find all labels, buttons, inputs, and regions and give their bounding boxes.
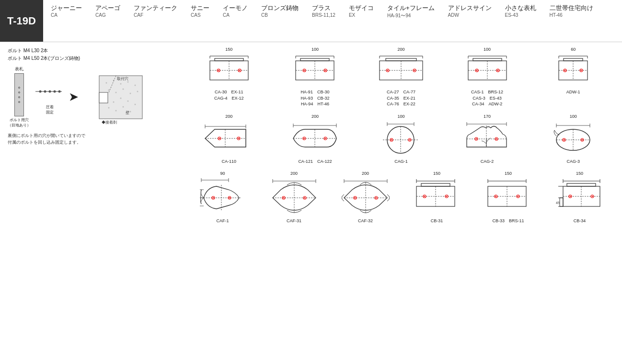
svg-point-163 xyxy=(375,197,376,198)
dim-200-ca121: 200 xyxy=(311,114,319,119)
nav-item-3: サニーCAS xyxy=(191,4,209,18)
svg-text:45: 45 xyxy=(556,201,560,205)
bolt-info-line1: ボルト M4 L30 2本 xyxy=(8,47,180,55)
svg-point-18 xyxy=(113,101,115,102)
label-ca30: CA-30 EX-11CAG-4 EX-12 xyxy=(214,89,244,101)
label-ha91: HA-91 CB-30HA-93 CB-32HA-94 HT-46 xyxy=(300,89,329,107)
bracket-svg-ca27 xyxy=(377,54,425,87)
dim-200-caf32: 200 xyxy=(362,171,369,176)
part-adw1: 60 ADW-1 xyxy=(532,47,614,107)
svg-rect-191 xyxy=(567,183,596,186)
part-ha91: 100 HA-91 CB-30HA-93 CB-32HA-94 HT-46 xyxy=(274,47,357,107)
svg-point-4 xyxy=(54,90,56,92)
nav-items: ジャーニーCAアペーゴCAGファンティークCAFサニーCASイーモノCAブロンズ… xyxy=(43,0,622,42)
part-cag3: 100 CAG-3 xyxy=(532,114,614,165)
part-ca121: 200 CA-121 CA-122 xyxy=(274,114,357,165)
sign-hole-2 xyxy=(18,91,20,93)
svg-point-161 xyxy=(354,197,355,198)
svg-point-1 xyxy=(39,90,42,92)
sign-holes xyxy=(18,87,20,103)
shape-caf1: 35 50 xyxy=(200,178,245,216)
right-section: 150 CA-30 EX-11CAG-4 EX-12 xyxy=(180,47,614,224)
nav-item-9: アドレスサインADW xyxy=(448,4,492,18)
svg-point-99 xyxy=(304,138,305,139)
svg-point-90 xyxy=(219,138,220,139)
part-ca30: 150 CA-30 EX-11CAG-4 EX-12 xyxy=(188,47,270,107)
part-cb34: 150 45 xyxy=(545,171,614,224)
dim-170-cag2: 170 xyxy=(484,114,491,119)
nav-item-10: 小さな表札ES-43 xyxy=(505,4,536,18)
page-title: T-19D xyxy=(0,0,43,42)
shape-caf32 xyxy=(342,178,390,216)
sign-rect xyxy=(14,73,24,116)
svg-point-39 xyxy=(218,70,219,71)
svg-point-152 xyxy=(283,197,284,198)
svg-point-83 xyxy=(564,70,565,71)
svg-point-20 xyxy=(127,100,129,102)
svg-text:取付穴: 取付穴 xyxy=(117,77,128,81)
svg-point-138 xyxy=(213,197,214,198)
label-caf31: CAF-31 xyxy=(287,218,301,224)
sign-label: 表札 xyxy=(15,66,23,72)
bolt-hole-label: ボルト用穴 （目地あり） xyxy=(8,117,31,128)
part-cb31: 150 CB-31 xyxy=(402,171,472,224)
parts-row2: 200 CA-110 2 xyxy=(188,114,614,165)
nav-item-0: ジャーニーCA xyxy=(51,4,82,18)
bolt-info-line2: ボルト M4 L50 2本(ブロンズ鋳物) xyxy=(8,55,180,62)
shape-cb33 xyxy=(485,178,531,216)
svg-rect-26 xyxy=(99,92,108,103)
svg-text:壁: 壁 xyxy=(126,111,129,115)
nav-item-11: 二世帯住宅向けHT-46 xyxy=(550,4,593,18)
svg-point-140 xyxy=(229,197,230,198)
wall-diagram: 取付穴 壁 ◆接着剤 xyxy=(82,73,135,121)
svg-rect-34 xyxy=(215,58,243,61)
svg-point-10 xyxy=(127,81,129,82)
svg-point-15 xyxy=(130,92,131,94)
shape-cag2 xyxy=(464,121,510,157)
svg-point-119 xyxy=(476,138,477,139)
dim-100-cag3: 100 xyxy=(570,114,577,119)
shape-cb34: 45 xyxy=(556,178,604,216)
bolt-info: ボルト M4 L30 2本 ボルト M4 L50 2本(ブロンズ鋳物) xyxy=(8,47,180,62)
svg-point-175 xyxy=(424,196,425,197)
dim-100-2: 100 xyxy=(484,47,491,52)
dim-100-cag1: 100 xyxy=(397,114,404,119)
dim-150-cb31: 150 xyxy=(433,171,440,176)
svg-rect-67 xyxy=(473,58,502,61)
label-cas1: CAS-1 BRS-12CAS-3 ES-43CA-34 ADW-2 xyxy=(471,89,503,107)
svg-point-12 xyxy=(108,89,110,91)
shape-cb31 xyxy=(414,178,460,216)
diagram-area: 表札 ボルト用穴 （目地あり） xyxy=(8,66,180,128)
bracket-svg-adw1 xyxy=(552,54,595,87)
svg-point-41 xyxy=(239,70,240,71)
nav-item-6: ブラスBRS-11,12 xyxy=(312,4,335,18)
label-ca110: CA-110 xyxy=(222,159,237,165)
dim-200-1: 200 xyxy=(397,47,404,52)
svg-point-131 xyxy=(581,139,582,140)
svg-point-85 xyxy=(581,70,582,71)
label-ca121: CA-121 CA-122 xyxy=(298,159,332,165)
svg-point-92 xyxy=(238,138,239,139)
label-cb31: CB-31 xyxy=(431,218,443,224)
shape-cag1 xyxy=(378,121,424,157)
nav-item-8: タイル+フレームHA-91〜94 xyxy=(387,4,435,19)
svg-point-9 xyxy=(120,83,122,84)
shape-caf31 xyxy=(270,178,318,216)
svg-point-129 xyxy=(563,139,564,140)
svg-text:◆接着剤: ◆接着剤 xyxy=(102,120,117,125)
bracket-svg-ha91 xyxy=(291,54,339,87)
svg-point-21 xyxy=(135,103,136,105)
svg-rect-56 xyxy=(386,58,416,61)
part-caf31: 200 CAF-31 xyxy=(259,171,329,224)
svg-point-13 xyxy=(115,91,117,93)
shape-ca121 xyxy=(288,121,341,157)
svg-point-25 xyxy=(130,111,131,112)
svg-point-101 xyxy=(325,138,326,139)
part-ca110: 200 CA-110 xyxy=(188,114,270,165)
nav-item-4: イーモノCA xyxy=(223,4,248,18)
svg-point-111 xyxy=(409,139,410,140)
shape-cag3 xyxy=(551,121,596,157)
svg-point-121 xyxy=(496,138,497,139)
wall-svg: 取付穴 壁 ◆接着剤 xyxy=(82,73,145,126)
part-cag2: 170 CAG-2 xyxy=(446,114,529,165)
